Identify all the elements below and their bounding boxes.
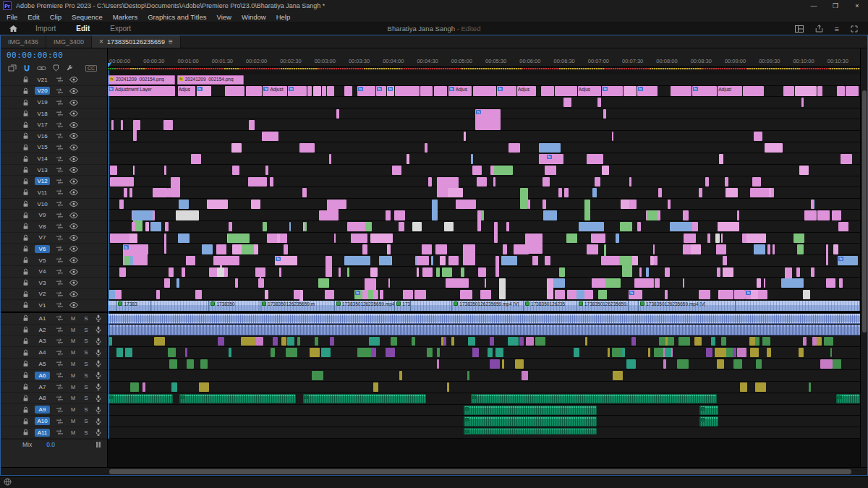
v1-clip[interactable] xyxy=(629,301,639,311)
timeline-clip[interactable] xyxy=(754,132,762,141)
lock-icon[interactable] xyxy=(22,395,29,402)
audio-clip[interactable] xyxy=(168,348,176,357)
toggle-track-output-icon[interactable] xyxy=(69,213,78,218)
audio-clip[interactable] xyxy=(648,348,651,357)
v1-clip[interactable] xyxy=(151,301,209,311)
timeline-clip[interactable] xyxy=(804,210,817,220)
timeline-clip[interactable] xyxy=(650,256,654,265)
timeline-clip[interactable] xyxy=(539,143,561,153)
mute-button[interactable]: M xyxy=(69,327,77,333)
adjustment-clip[interactable]: fx xyxy=(602,86,623,96)
maximize-button[interactable]: ❐ xyxy=(825,0,846,12)
timeline-clip[interactable] xyxy=(207,200,228,209)
solo-button[interactable]: S xyxy=(82,372,90,379)
voiceover-record-icon[interactable] xyxy=(95,383,101,390)
timeline-clip[interactable] xyxy=(461,267,464,277)
workspace-tab-edit[interactable]: Edit xyxy=(66,22,100,35)
toggle-track-output-icon[interactable] xyxy=(69,133,78,139)
audio-clip[interactable] xyxy=(365,348,372,357)
track-target-v15[interactable]: V15 xyxy=(35,143,50,151)
timeline-clip[interactable] xyxy=(751,290,758,299)
lock-icon[interactable] xyxy=(22,383,29,390)
timeline-clip[interactable] xyxy=(670,222,692,231)
timeline-clip[interactable] xyxy=(119,267,126,277)
adjustment-clip[interactable] xyxy=(817,86,822,96)
timeline-clip[interactable] xyxy=(723,267,734,277)
v1-clip[interactable]: 1738350126235659.mp4 [V] xyxy=(335,301,395,311)
audio-clip[interactable] xyxy=(490,359,500,369)
timeline-clip[interactable] xyxy=(229,222,231,231)
sync-lock-icon[interactable] xyxy=(56,156,64,162)
adjustment-clip[interactable]: fx xyxy=(637,86,658,96)
toggle-track-output-icon[interactable] xyxy=(69,302,78,308)
timeline-clip[interactable] xyxy=(723,256,727,265)
timeline-clip[interactable] xyxy=(509,143,520,153)
timeline-clip[interactable] xyxy=(176,278,179,288)
timeline-clip[interactable] xyxy=(425,244,432,254)
audio-clip[interactable] xyxy=(678,337,690,346)
timeline-clip[interactable] xyxy=(129,188,132,197)
track-target-v18[interactable]: V18 xyxy=(35,110,50,118)
toggle-track-output-icon[interactable] xyxy=(69,189,78,195)
adjustment-clip[interactable] xyxy=(420,86,433,96)
track-target-v2[interactable]: V2 xyxy=(35,290,50,298)
timeline-clip[interactable] xyxy=(598,290,607,299)
timeline-clip[interactable] xyxy=(833,244,838,254)
track-target-a4[interactable]: A4 xyxy=(35,348,50,356)
audio-clip[interactable] xyxy=(508,337,519,346)
sync-lock-icon[interactable] xyxy=(56,213,64,218)
toggle-track-output-icon[interactable] xyxy=(69,269,78,275)
timeline-clip[interactable] xyxy=(284,244,288,254)
sync-lock-icon[interactable] xyxy=(56,246,64,252)
track-target-v5[interactable]: V5 xyxy=(35,257,50,265)
audio-clip[interactable] xyxy=(803,337,806,346)
vertical-scrollbar[interactable] xyxy=(860,48,867,467)
timeline-clip[interactable] xyxy=(477,177,487,187)
timeline-settings-wrench-icon[interactable] xyxy=(66,64,73,72)
track-target-a5[interactable]: A5 xyxy=(35,360,50,368)
audio-clip[interactable] xyxy=(762,337,767,346)
audio-clip[interactable] xyxy=(665,337,668,346)
audio-clip[interactable] xyxy=(468,337,475,346)
timeline-clip[interactable] xyxy=(665,290,668,299)
audio-clip[interactable] xyxy=(694,337,701,346)
mute-button[interactable]: M xyxy=(69,372,77,379)
sync-lock-icon[interactable] xyxy=(56,179,64,184)
sync-lock-icon[interactable] xyxy=(56,419,64,424)
solo-button[interactable]: S xyxy=(82,406,90,413)
timeline-clip[interactable] xyxy=(217,267,224,277)
audio-clip[interactable] xyxy=(187,359,193,369)
timeline-clip[interactable] xyxy=(639,267,641,277)
lock-icon[interactable] xyxy=(22,326,29,333)
quick-export-icon[interactable] xyxy=(815,25,823,33)
audio-clip[interactable] xyxy=(612,348,623,357)
timeline-clip[interactable] xyxy=(156,290,160,299)
timeline-clip[interactable] xyxy=(386,210,391,220)
solo-button[interactable]: S xyxy=(82,327,90,333)
solo-button[interactable]: S xyxy=(82,361,90,367)
timeline-clip[interactable] xyxy=(136,244,148,254)
timeline-clip[interactable] xyxy=(587,244,598,254)
timeline-clip[interactable] xyxy=(165,222,168,231)
audio-clip[interactable] xyxy=(519,337,524,346)
timeline-clip[interactable] xyxy=(110,177,134,187)
timeline-clip[interactable] xyxy=(362,244,367,254)
timeline-clip[interactable] xyxy=(472,166,482,175)
timeline-clip[interactable] xyxy=(370,267,378,277)
audio-clip[interactable] xyxy=(199,382,209,392)
timeline-clip[interactable] xyxy=(277,234,280,243)
timeline-clip[interactable] xyxy=(616,234,619,243)
vertical-scrollbar-thumb[interactable] xyxy=(862,90,867,333)
timeline-clip[interactable] xyxy=(630,267,632,277)
track-target-v20[interactable]: V20 xyxy=(35,87,50,95)
v1-clip[interactable]: 1738350 xyxy=(209,301,260,311)
timeline-clip[interactable] xyxy=(186,256,196,265)
sync-lock-icon[interactable] xyxy=(56,111,64,116)
audio-clip[interactable] xyxy=(185,348,187,357)
solo-button[interactable]: S xyxy=(82,384,90,390)
timeline-clip[interactable] xyxy=(826,278,835,288)
timeline-clip[interactable] xyxy=(128,234,137,243)
timeline-clip[interactable] xyxy=(653,244,655,254)
timeline-clip[interactable] xyxy=(566,234,577,243)
timeline-clip[interactable] xyxy=(325,290,334,299)
